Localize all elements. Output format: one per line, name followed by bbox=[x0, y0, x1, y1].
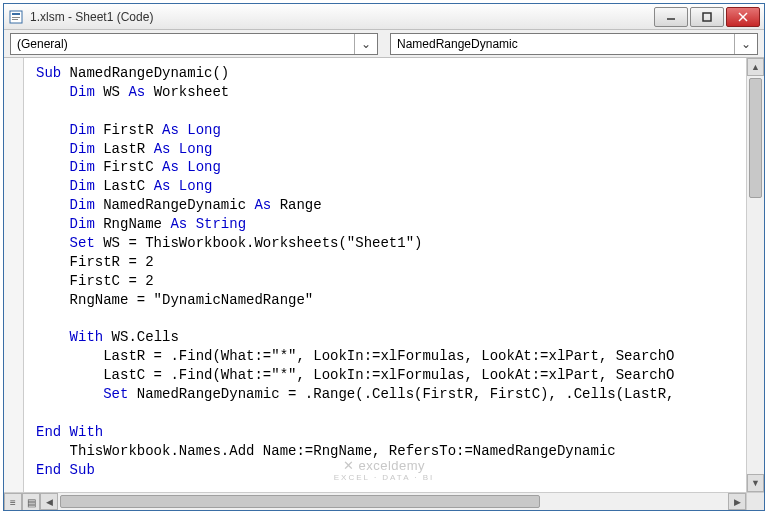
svg-rect-5 bbox=[703, 13, 711, 21]
dropdown-bar: (General) ⌄ NamedRangeDynamic ⌄ bbox=[4, 30, 764, 58]
window-title: 1.xlsm - Sheet1 (Code) bbox=[30, 10, 654, 24]
chevron-down-icon: ⌄ bbox=[734, 34, 751, 54]
scroll-up-icon[interactable]: ▲ bbox=[747, 58, 764, 76]
object-dropdown[interactable]: (General) ⌄ bbox=[10, 33, 378, 55]
titlebar[interactable]: 1.xlsm - Sheet1 (Code) bbox=[4, 4, 764, 30]
vba-code-window: 1.xlsm - Sheet1 (Code) (General) ⌄ Named… bbox=[3, 3, 765, 511]
minimize-button[interactable] bbox=[654, 7, 688, 27]
procedure-dropdown-value: NamedRangeDynamic bbox=[397, 37, 518, 51]
svg-rect-1 bbox=[12, 13, 20, 15]
procedure-view-icon[interactable]: ≡ bbox=[4, 493, 22, 510]
chevron-down-icon: ⌄ bbox=[354, 34, 371, 54]
window-controls bbox=[654, 7, 760, 27]
code-area: Sub NamedRangeDynamic() Dim WS As Worksh… bbox=[4, 58, 764, 510]
scroll-left-icon[interactable]: ◀ bbox=[40, 493, 58, 510]
code-gutter bbox=[4, 58, 24, 510]
close-button[interactable] bbox=[726, 7, 760, 27]
vertical-scrollbar[interactable]: ▲ ▼ bbox=[746, 58, 764, 492]
svg-rect-3 bbox=[12, 19, 18, 20]
scroll-down-icon[interactable]: ▼ bbox=[747, 474, 764, 492]
vscroll-track[interactable] bbox=[747, 76, 764, 474]
maximize-button[interactable] bbox=[690, 7, 724, 27]
scroll-corner bbox=[746, 492, 764, 510]
hscroll-thumb[interactable] bbox=[60, 495, 540, 508]
full-module-view-icon[interactable]: ▤ bbox=[22, 493, 40, 510]
horizontal-scrollbar[interactable]: ≡ ▤ ◀ ▶ bbox=[4, 492, 746, 510]
procedure-dropdown[interactable]: NamedRangeDynamic ⌄ bbox=[390, 33, 758, 55]
vscroll-thumb[interactable] bbox=[749, 78, 762, 198]
svg-rect-2 bbox=[12, 17, 20, 18]
module-icon bbox=[8, 9, 24, 25]
code-editor[interactable]: Sub NamedRangeDynamic() Dim WS As Worksh… bbox=[24, 58, 746, 492]
object-dropdown-value: (General) bbox=[17, 37, 68, 51]
scroll-right-icon[interactable]: ▶ bbox=[728, 493, 746, 510]
hscroll-track[interactable] bbox=[58, 493, 728, 510]
code-text[interactable]: Sub NamedRangeDynamic() Dim WS As Worksh… bbox=[36, 64, 734, 480]
